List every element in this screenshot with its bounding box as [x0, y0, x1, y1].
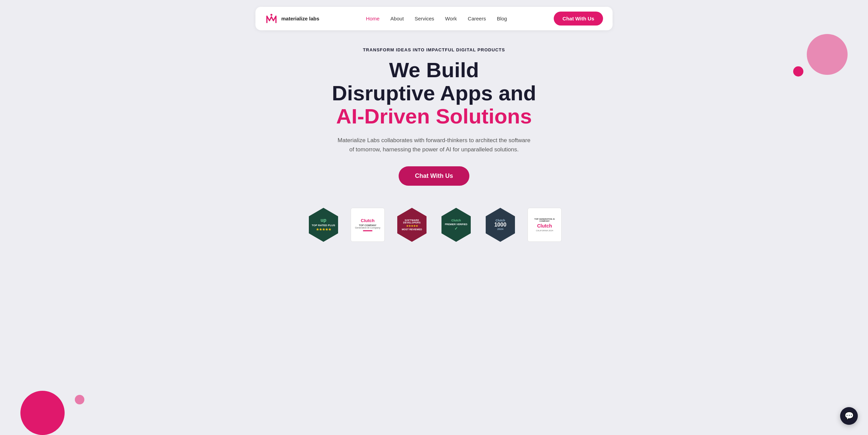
- page-wrapper: materialize labs Home About Services Wor…: [0, 0, 868, 435]
- clutch-ca-logo: Clutch: [537, 223, 552, 229]
- hero-title: We Build Disruptive Apps and AI-Driven S…: [332, 58, 536, 128]
- clutch-top-company-label: TOP COMPANY: [359, 224, 376, 227]
- badge-clutch-1000: Clutch 1000 2024: [482, 206, 519, 244]
- nav-item-home[interactable]: Home: [366, 16, 380, 22]
- clutch-underline: [363, 230, 372, 231]
- nav-link-home[interactable]: Home: [366, 16, 380, 21]
- upwork-top-rated-label: TOP RATED PLUS: [312, 224, 335, 227]
- deco-circle-bottom-small: [75, 395, 84, 404]
- nav-link-services[interactable]: Services: [415, 16, 434, 21]
- clutch-ca-sub: CALIFORNIA 2024: [536, 230, 553, 232]
- navbar: materialize labs Home About Services Wor…: [255, 7, 613, 30]
- most-reviewed-label: MOST REVIEWED: [402, 228, 422, 231]
- chat-widget-button[interactable]: 💬: [840, 407, 858, 425]
- badge-upwork-top-rated: up TOP RATED PLUS ★★★★★: [305, 206, 342, 244]
- premier-clutch-logo: Clutch: [451, 219, 461, 222]
- chat-widget-icon: 💬: [845, 412, 854, 420]
- badges-row: up TOP RATED PLUS ★★★★★ Clutch TOP COMPA…: [305, 206, 563, 244]
- hero-title-line3: AI-Driven Solutions: [332, 105, 536, 128]
- nav-item-about[interactable]: About: [390, 16, 404, 22]
- clutch-ca-top-label: TOP GENERATIVE AI COMPANY: [531, 218, 558, 222]
- clutch-1000-number: 1000: [494, 222, 506, 228]
- hero-eyebrow: TRANSFORM IDEAS INTO IMPACTFUL DIGITAL P…: [332, 47, 536, 52]
- badge-premier-verified: Clutch PREMIER VERIFIED ✓: [437, 206, 475, 244]
- clutch-1000-year: 2024: [497, 228, 503, 231]
- upwork-logo-icon: up: [320, 217, 326, 223]
- hero-title-line1: We Build: [332, 58, 536, 82]
- nav-item-blog[interactable]: Blog: [497, 16, 507, 22]
- most-reviewed-category: SOFTWARE DEVELOPERS: [398, 219, 425, 224]
- most-reviewed-stars: ★★★★★: [406, 224, 418, 228]
- nav-item-services[interactable]: Services: [415, 16, 434, 22]
- nav-link-work[interactable]: Work: [445, 16, 457, 21]
- logo[interactable]: materialize labs: [265, 12, 319, 25]
- nav-item-work[interactable]: Work: [445, 16, 457, 22]
- badge-most-reviewed: SOFTWARE DEVELOPERS ★★★★★ MOST REVIEWED: [393, 206, 431, 244]
- nav-link-about[interactable]: About: [390, 16, 404, 21]
- premier-verified-label: PREMIER VERIFIED: [445, 223, 467, 225]
- nav-item-careers[interactable]: Careers: [468, 16, 486, 22]
- clutch-gen-ai-label: Generative AI Company: [355, 227, 380, 229]
- nav-link-careers[interactable]: Careers: [468, 16, 486, 21]
- clutch-logo-1: Clutch: [361, 218, 374, 223]
- upwork-stars: ★★★★★: [316, 228, 331, 231]
- nav-links: Home About Services Work Careers Blog: [366, 16, 507, 22]
- hero-section: TRANSFORM IDEAS INTO IMPACTFUL DIGITAL P…: [325, 47, 543, 186]
- logo-icon: [265, 12, 278, 25]
- deco-circle-small: [793, 66, 803, 77]
- badge-clutch-ca: TOP GENERATIVE AI COMPANY Clutch CALIFOR…: [526, 206, 563, 244]
- hero-description: Materialize Labs collaborates with forwa…: [335, 136, 533, 154]
- premier-verified-check: ✓: [454, 226, 458, 231]
- deco-circle-large: [807, 34, 848, 75]
- deco-circle-bottom-large: [20, 391, 65, 435]
- nav-chat-button[interactable]: Chat With Us: [554, 12, 603, 26]
- badge-clutch-gen-ai: Clutch TOP COMPANY Generative AI Company: [349, 206, 386, 244]
- hero-title-line2: Disruptive Apps and: [332, 82, 536, 105]
- hero-chat-button[interactable]: Chat With Us: [399, 166, 469, 186]
- nav-link-blog[interactable]: Blog: [497, 16, 507, 21]
- brand-name: materialize labs: [281, 16, 319, 22]
- svg-point-1: [270, 14, 272, 16]
